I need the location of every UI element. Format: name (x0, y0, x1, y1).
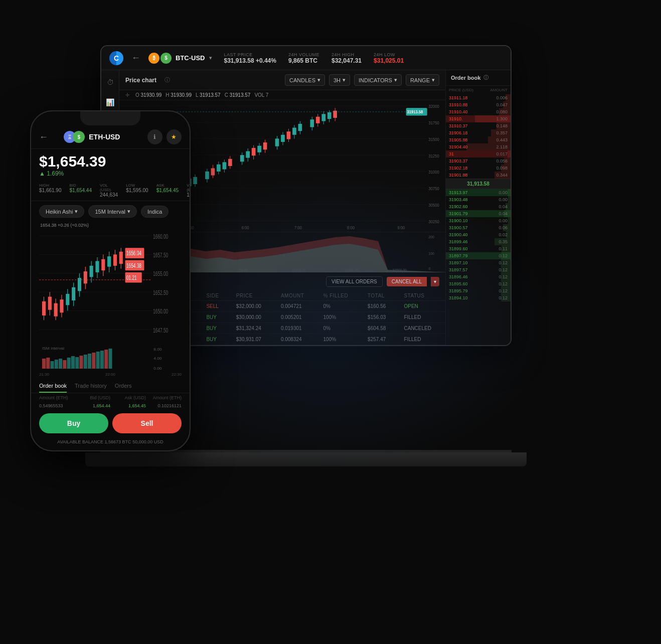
order-total: $156.03 (362, 312, 398, 323)
phone-ask-stat: ASK $1,654.45 (156, 183, 179, 198)
time-label-2: 22:00 (105, 372, 115, 377)
view-all-orders-button[interactable]: VIEW ALL ORDERS (326, 276, 383, 287)
phone-low-stat: LOW $1,595.00 (126, 183, 148, 198)
phone-device: ← Ξ $ ETH-USD ℹ ★ $1,654.39 ▲ 1.69% (30, 110, 191, 451)
high-value: $32,047.31 (332, 57, 362, 64)
phone-bid-value: $1,654.44 (70, 188, 92, 193)
svg-text:ISM Interval: ISM Interval (42, 347, 64, 351)
phone-tabs: Order book Trade history Orders (31, 380, 190, 393)
svg-text:1657.50: 1657.50 (153, 251, 168, 258)
order-status: CANCELED (398, 323, 446, 334)
svg-rect-128 (90, 266, 93, 277)
svg-text:30750: 30750 (429, 187, 440, 192)
svg-rect-114 (48, 297, 52, 310)
bid-row: 31895.79 0.12 (446, 287, 511, 294)
phone-ob-amount-eth-header: Amount (ETH) (39, 395, 75, 400)
phone-market-stats: HIGH $1,661.90 BID $1,654.44 VOL (USD) 2… (31, 181, 190, 201)
back-button[interactable]: ← (131, 53, 140, 63)
order-amount: 0.005201 (275, 312, 317, 323)
tab-order-book[interactable]: Order book (39, 380, 67, 393)
svg-rect-150 (59, 359, 62, 369)
cancel-dropdown-button[interactable]: ▾ (431, 277, 439, 286)
phone-vol-eth-stat: VOL (ETH) 147,870 (187, 183, 190, 198)
bookmark-button[interactable]: ★ (167, 129, 182, 144)
bid-row: 31897.57 0.12 (446, 266, 511, 273)
bid-row: 31900.57 0.06 (446, 224, 511, 231)
svg-rect-118 (60, 299, 63, 312)
ask-row: 31910. 1.300 (446, 115, 511, 122)
indicators-button[interactable]: Indica (141, 206, 169, 218)
last-price-value: $31,913.58 +0.44% (224, 57, 276, 64)
order-price: $31,324.24 (230, 323, 275, 334)
order-total: $257.47 (362, 334, 398, 345)
usd-icon: $ (160, 53, 172, 64)
svg-text:31913.58: 31913.58 (407, 110, 423, 115)
phone-volume-area: ISM Interval (39, 344, 182, 371)
bid-row: 31913.97 0.00 (446, 189, 511, 196)
svg-rect-156 (84, 355, 87, 369)
col-status: STATUS (398, 291, 446, 301)
order-filled: 0% (317, 323, 362, 334)
cancel-all-button[interactable]: CANCEL ALL (387, 277, 427, 286)
low-label: 24H LOW (374, 52, 404, 57)
svg-rect-138 (119, 252, 123, 264)
pair-selector[interactable]: ₿ $ BTC-USD ▾ (148, 53, 212, 64)
svg-rect-79 (321, 114, 325, 121)
svg-rect-59 (252, 148, 256, 155)
phone-low-value: $1,595.00 (126, 188, 148, 193)
svg-rect-157 (88, 354, 91, 369)
bid-row: 31899.46 0.35 (446, 238, 511, 245)
range-button[interactable]: RANGE ▾ (406, 74, 439, 86)
svg-rect-112 (42, 301, 46, 315)
ask-row: 31 0.017 (446, 150, 511, 157)
order-price: $30,931.07 (230, 334, 275, 345)
svg-text:0: 0 (429, 267, 431, 270)
laptop-base (85, 452, 527, 466)
asks-section: 31911.18 0.006 31910.88 0.047 31910.40 0… (446, 94, 511, 345)
order-filled: 100% (317, 312, 362, 323)
svg-text:4.00: 4.00 (153, 357, 161, 361)
low-stat: 24H LOW $31,025.01 (374, 52, 404, 64)
svg-text:1655.00: 1655.00 (153, 270, 168, 277)
orderbook-sidebar: Order book ⓘ PRICE (USD) AMOUNT 31911.18… (445, 70, 511, 345)
phone-high-stat: HIGH $1,661.90 (39, 183, 62, 198)
usd-icon: $ (73, 131, 85, 143)
sidebar-chart-icon[interactable]: 📊 (104, 96, 116, 108)
svg-rect-63 (263, 142, 267, 149)
open-val: O 31930.99 (135, 92, 161, 98)
volume-value: 9,865 BTC (288, 57, 319, 64)
crosshair-icon: ✛ (125, 92, 129, 98)
svg-rect-53 (228, 159, 232, 166)
sell-button[interactable]: Sell (112, 413, 182, 433)
phone-ask-value: $1,654.45 (156, 188, 179, 193)
svg-text:8:00: 8:00 (347, 225, 355, 230)
svg-rect-45 (205, 172, 209, 179)
price-col-header: PRICE (USD) (449, 88, 477, 92)
info-button[interactable]: ℹ (147, 129, 162, 144)
interval-button[interactable]: 15M Interval ▾ (88, 205, 137, 218)
svg-rect-132 (101, 259, 105, 270)
tab-trade-history[interactable]: Trade history (75, 380, 107, 393)
order-side: SELL (200, 301, 230, 312)
svg-text:30250: 30250 (429, 219, 440, 224)
phone-back-button[interactable]: ← (39, 132, 48, 142)
order-total: $160.56 (362, 301, 398, 312)
balance-btc: 1.56673 BTC (105, 439, 131, 444)
chart-info-icon[interactable]: ⓘ (164, 76, 170, 84)
candles-button[interactable]: CANDLES ▾ (285, 74, 325, 86)
chart-type-button[interactable]: Heikin Ashi ▾ (39, 205, 84, 218)
tab-orders[interactable]: Orders (115, 380, 132, 393)
interval-button[interactable]: 3H ▾ (329, 74, 350, 86)
svg-rect-61 (257, 146, 261, 152)
svg-text:0.00: 0.00 (153, 367, 161, 371)
sidebar-clock-icon[interactable]: ⏱ (104, 76, 116, 88)
svg-text:1652.50: 1652.50 (153, 289, 168, 296)
btc-icon: ₿ (148, 53, 159, 64)
svg-text:200: 200 (429, 235, 434, 239)
buy-button[interactable]: Buy (39, 413, 108, 433)
indicators-button[interactable]: INDICATORS ▾ (354, 74, 402, 86)
order-filled: 0% (317, 301, 362, 312)
last-price-stat: LAST PRICE $31,913.58 +0.44% (224, 52, 276, 64)
bid-row: 31899.60 0.11 (446, 245, 511, 252)
bid-row: 31896.46 0.12 (446, 273, 511, 280)
